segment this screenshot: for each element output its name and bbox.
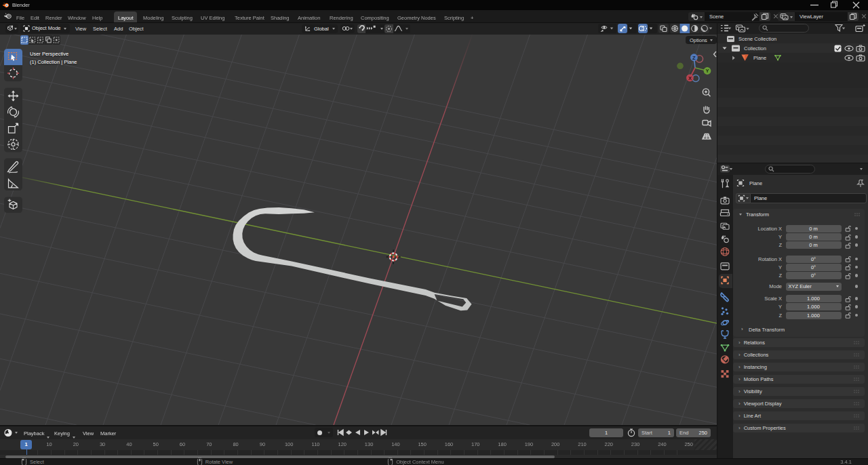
svg-text:Y: Y	[705, 68, 709, 74]
svg-text:Z: Z	[692, 55, 696, 61]
svg-text:X: X	[688, 75, 692, 81]
